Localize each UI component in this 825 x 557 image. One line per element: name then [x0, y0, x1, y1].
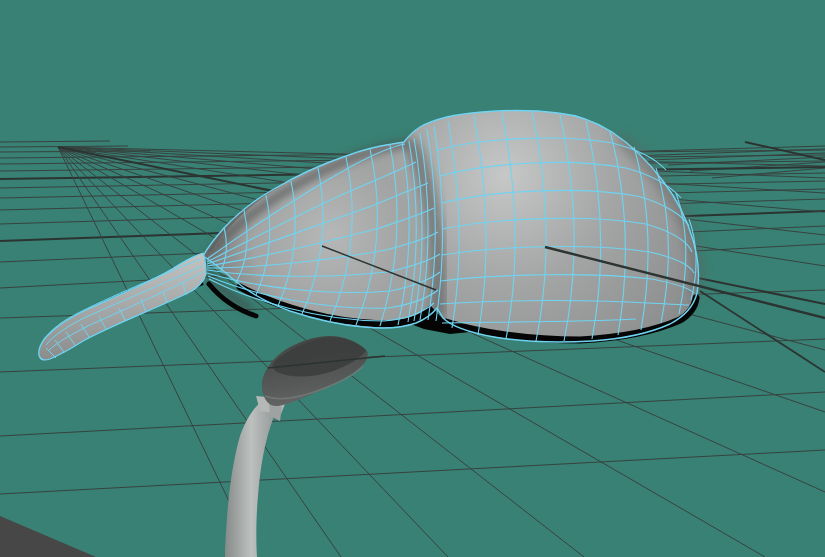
viewport-canvas[interactable]	[0, 0, 825, 557]
viewport-3d[interactable]	[0, 0, 825, 557]
